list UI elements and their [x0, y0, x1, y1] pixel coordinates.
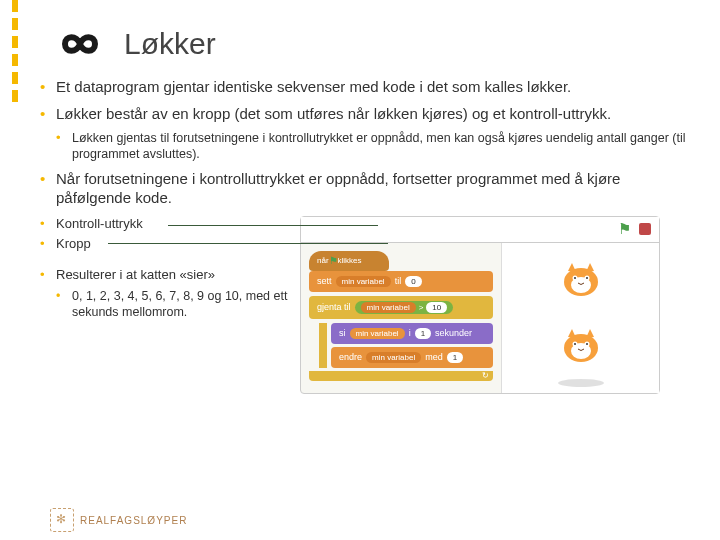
script-area: når ⚑ klikkes sett min variabel til 0 gj… — [301, 243, 501, 393]
connector-line-2 — [108, 243, 388, 245]
t-zero: 0 — [405, 276, 421, 287]
t-repeat: gjenta til — [317, 302, 351, 312]
slide-title: Løkker — [124, 27, 216, 61]
bullet-2-text: Løkker består av en kropp (det som utfør… — [56, 105, 611, 122]
t-change: endre — [339, 352, 362, 362]
stage-controls: ⚑ — [301, 217, 659, 243]
green-flag-icon[interactable]: ⚑ — [618, 220, 631, 238]
flag-icon: ⚑ — [329, 255, 338, 266]
t-say: si — [339, 328, 346, 338]
loop-end: ↻ — [309, 371, 493, 381]
t-to: til — [395, 276, 402, 286]
t-in: i — [409, 328, 411, 338]
svg-point-11 — [586, 343, 588, 345]
legend-result-text: Resulterer i at katten «sier» — [56, 267, 215, 282]
connector-line-1 — [168, 225, 378, 227]
t-one: 1 — [415, 328, 431, 339]
loop-body: si min variabel i 1 sekunder endre min v… — [319, 323, 493, 368]
t-ten: 10 — [426, 302, 447, 313]
stage-preview — [501, 243, 659, 393]
scratch-cat-icon-2 — [551, 315, 611, 375]
t-var4: min variabel — [366, 352, 421, 363]
t-var3: min variabel — [350, 328, 405, 339]
logo-mark-icon — [50, 508, 74, 532]
legend-result-sub: 0, 1, 2, 3, 4, 5, 6, 7, 8, 9 og 10, med … — [56, 288, 300, 321]
bullet-1: Et dataprogram gjentar identiske sekvens… — [40, 78, 692, 97]
svg-point-4 — [574, 277, 576, 279]
t-var1: min variabel — [336, 276, 391, 287]
t-sec: sekunder — [435, 328, 472, 338]
t-set: sett — [317, 276, 332, 286]
repeat-block[interactable]: gjenta til min variabel > 10 — [309, 296, 493, 319]
t-var2: min variabel — [361, 302, 416, 313]
change-block[interactable]: endre min variabel med 1 — [331, 347, 493, 368]
set-var-block[interactable]: sett min variabel til 0 — [309, 271, 493, 292]
logo-text: REALFAGSLØYPER — [80, 515, 187, 526]
bullet-2: Løkker består av en kropp (det som utfør… — [40, 105, 692, 162]
legend-result: Resulterer i at katten «sier» 0, 1, 2, 3… — [40, 267, 300, 320]
hat-clicked: klikkes — [338, 256, 362, 265]
svg-point-10 — [574, 343, 576, 345]
t-plus1: 1 — [447, 352, 463, 363]
hat-when: når — [317, 256, 329, 265]
footer-logo: REALFAGSLØYPER — [50, 508, 187, 532]
bullet-2a: Løkken gjentas til forutsetningene i kon… — [56, 130, 692, 163]
scratch-cat-icon — [551, 249, 611, 309]
slide-content: Et dataprogram gjentar identiske sekvens… — [0, 78, 720, 208]
t-by: med — [425, 352, 443, 362]
infinity-icon — [50, 20, 110, 68]
svg-point-5 — [586, 277, 588, 279]
cat-shadow — [558, 379, 604, 387]
hat-block[interactable]: når ⚑ klikkes — [309, 251, 389, 271]
condition-pill: min variabel > 10 — [355, 301, 454, 314]
slide-header: Løkker — [0, 0, 720, 78]
bullet-3: Når forutsetningene i kontrolluttrykket … — [40, 170, 692, 208]
stop-icon[interactable] — [639, 223, 651, 235]
legend-column: Kontroll-uttrykk Kropp Resulterer i at k… — [0, 216, 300, 394]
edge-dashes — [12, 0, 18, 108]
legend-body: Kropp — [40, 236, 300, 253]
t-gt: > — [419, 303, 424, 312]
loop-arrow-icon: ↻ — [482, 371, 489, 380]
say-block[interactable]: si min variabel i 1 sekunder — [331, 323, 493, 344]
